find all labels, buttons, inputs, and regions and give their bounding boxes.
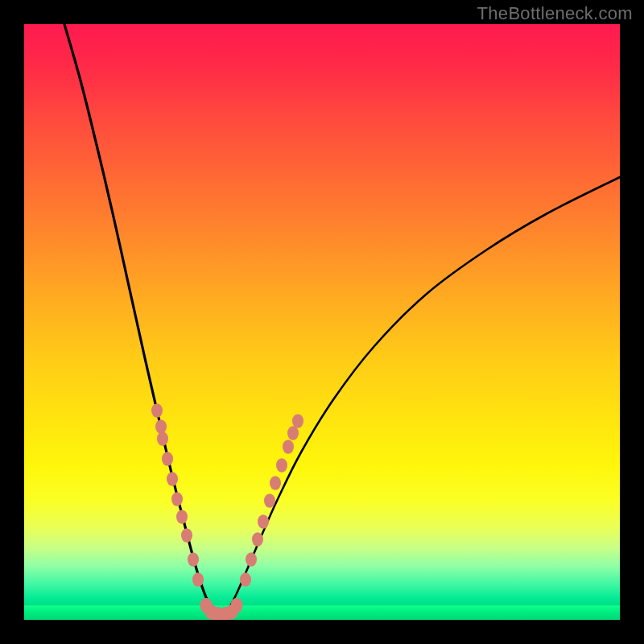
data-point-dot — [270, 476, 281, 490]
curve-right-branch — [224, 177, 620, 616]
data-point-dot — [151, 403, 163, 418]
dot-cluster-left — [151, 403, 204, 587]
chart-frame: TheBottleneck.com — [0, 0, 644, 644]
data-point-dot — [176, 510, 188, 524]
data-point-dot — [287, 426, 299, 440]
data-point-dot — [246, 552, 257, 567]
data-point-dot — [252, 532, 263, 547]
bottleneck-curve-svg — [24, 24, 620, 620]
data-point-dot — [264, 493, 275, 508]
frame-bottom — [24, 620, 620, 644]
data-point-dot — [258, 514, 269, 529]
data-point-dot — [231, 598, 243, 613]
data-point-dot — [167, 472, 178, 486]
data-point-dot — [276, 458, 287, 473]
data-point-dot — [188, 552, 199, 567]
plot-area — [24, 24, 620, 642]
data-point-dot — [181, 528, 192, 543]
dot-cluster-bottom — [200, 598, 243, 620]
data-point-dot — [292, 414, 303, 428]
curve-left-branch — [64, 24, 219, 616]
watermark-text: TheBottleneck.com — [477, 3, 633, 24]
data-point-dot — [155, 419, 167, 434]
data-point-dot — [192, 572, 204, 587]
data-point-dot — [162, 452, 173, 466]
dot-cluster-right — [240, 414, 303, 587]
data-point-dot — [283, 440, 294, 454]
data-point-dot — [157, 431, 168, 446]
data-point-dot — [240, 572, 251, 587]
data-point-dot — [171, 492, 183, 506]
